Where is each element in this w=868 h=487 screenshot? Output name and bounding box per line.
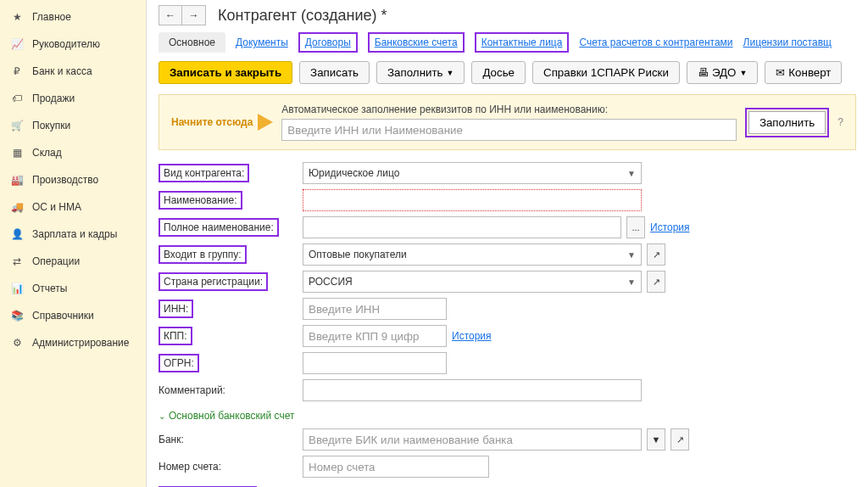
autofill-desc: Автоматическое заполнение реквизитов по …	[281, 104, 737, 115]
name-label: Наименование:	[159, 191, 242, 210]
dossier-button[interactable]: Досье	[471, 61, 526, 84]
history-link[interactable]: История	[650, 221, 690, 233]
gear-icon: ⚙	[10, 336, 24, 350]
star-icon: ★	[10, 10, 24, 24]
open-button[interactable]: ↗	[670, 428, 689, 451]
chart-icon: 📈	[10, 37, 24, 51]
help-icon[interactable]: ?	[837, 116, 843, 128]
inn-input[interactable]	[303, 298, 447, 320]
sidebar-item-bank[interactable]: ₽Банк и касса	[0, 58, 146, 85]
autofill-input[interactable]	[281, 119, 737, 141]
edo-button[interactable]: 🖶 ЭДО ▼	[687, 61, 758, 84]
toolbar: Записать и закрыть Записать Заполнить ▼ …	[159, 61, 856, 84]
full-name-label: Полное наименование:	[159, 218, 279, 237]
factory-icon: 🏭	[10, 173, 24, 187]
autofill-panel: Начните отсюда Автоматическое заполнение…	[159, 94, 856, 150]
arrow-left-icon: ←	[165, 9, 175, 21]
boxes-icon: ▦	[10, 146, 24, 160]
save-close-button[interactable]: Записать и закрыть	[159, 61, 292, 84]
tab-accounts[interactable]: Счета расчетов с контрагентами	[579, 36, 732, 48]
sidebar-item-hr[interactable]: 👤Зарплата и кадры	[0, 221, 146, 248]
sidebar-item-reports[interactable]: 📊Отчеты	[0, 275, 146, 302]
tab-bar: Основное Документы Договоры Банковские с…	[159, 32, 856, 53]
sidebar-item-main[interactable]: ★Главное	[0, 3, 146, 31]
country-label: Страна регистрации:	[159, 272, 268, 291]
address-section-header[interactable]: ›Адрес и телефон	[159, 483, 856, 487]
name-input[interactable]	[303, 189, 642, 211]
start-here-label: Начните отсюда	[171, 116, 253, 128]
type-label: Вид контрагента:	[159, 164, 249, 182]
sidebar: ★Главное 📈Руководителю ₽Банк и касса 🏷Пр…	[0, 0, 147, 487]
chevron-down-icon: ⌄	[159, 411, 165, 421]
book-icon: 📚	[10, 309, 24, 322]
comment-label: Комментарий:	[159, 384, 294, 396]
chevron-down-icon: ▼	[627, 250, 636, 260]
history-link-kpp[interactable]: История	[452, 330, 492, 342]
page-title: Контрагент (создание) *	[218, 7, 387, 25]
full-name-input[interactable]	[303, 216, 621, 238]
sidebar-item-catalogs[interactable]: 📚Справочники	[0, 302, 146, 329]
back-button[interactable]: ←	[159, 5, 182, 25]
tag-icon: 🏷	[10, 92, 24, 105]
truck-icon: 🚚	[10, 200, 24, 214]
cart-icon: 🛒	[10, 119, 24, 132]
open-button[interactable]: ↗	[647, 271, 665, 293]
autofill-fill-button[interactable]: Заполнить	[748, 111, 826, 134]
chevron-down-icon: ▼	[627, 277, 636, 287]
ogrn-input[interactable]	[303, 352, 447, 374]
comment-input[interactable]	[303, 379, 642, 401]
account-input[interactable]	[303, 456, 489, 478]
chevron-down-icon: ▼	[627, 169, 636, 178]
sidebar-item-production[interactable]: 🏭Производство	[0, 166, 146, 193]
more-button[interactable]: ...	[626, 216, 645, 238]
open-button[interactable]: ↗	[647, 244, 665, 266]
nav-buttons: ← →	[159, 5, 206, 25]
main-panel: ← → Контрагент (создание) * Основное Док…	[147, 0, 868, 487]
group-label: Входит в группу:	[159, 245, 247, 264]
tab-licenses[interactable]: Лицензии поставщ	[743, 36, 832, 48]
kpp-label: КПП:	[159, 327, 192, 345]
kpp-input[interactable]	[303, 325, 447, 347]
forward-button[interactable]: →	[182, 5, 206, 25]
sidebar-item-admin[interactable]: ⚙Администрирование	[0, 329, 146, 356]
type-select[interactable]: Юридическое лицо▼	[303, 162, 642, 184]
sidebar-item-operations[interactable]: ⇄Операции	[0, 248, 146, 275]
tab-bank-accounts[interactable]: Банковские счета	[368, 32, 465, 53]
inn-label: ИНН:	[159, 299, 193, 318]
fill-button[interactable]: Заполнить ▼	[376, 61, 465, 84]
ogrn-label: ОГРН:	[159, 354, 199, 372]
account-label: Номер счета:	[159, 461, 294, 473]
sidebar-item-purchases[interactable]: 🛒Покупки	[0, 112, 146, 139]
report-icon: 📊	[10, 282, 24, 295]
envelope-icon: ✉	[776, 66, 785, 79]
tab-main[interactable]: Основное	[159, 32, 225, 53]
arrow-right-icon	[258, 114, 273, 131]
dropdown-button[interactable]: ▼	[647, 428, 665, 451]
bank-label: Банк:	[159, 434, 294, 445]
tab-contacts[interactable]: Контактные лица	[475, 32, 570, 53]
sidebar-item-assets[interactable]: 🚚ОС и НМА	[0, 193, 146, 221]
sidebar-item-warehouse[interactable]: ▦Склад	[0, 139, 146, 166]
bank-section-header[interactable]: ⌄Основной банковский счет	[159, 406, 856, 423]
tab-documents[interactable]: Документы	[236, 36, 288, 48]
sidebar-item-sales[interactable]: 🏷Продажи	[0, 85, 146, 112]
bank-input[interactable]	[303, 428, 642, 451]
ruble-icon: ₽	[10, 64, 24, 78]
chevron-down-icon: ▼	[739, 69, 747, 77]
convert-button[interactable]: ✉ Конверт	[765, 61, 842, 84]
chevron-down-icon: ▼	[447, 69, 454, 77]
spark-button[interactable]: Справки 1СПАРК Риски	[532, 61, 680, 84]
tab-contracts[interactable]: Договоры	[298, 32, 358, 53]
chevron-down-icon: ▼	[652, 434, 661, 445]
country-select[interactable]: РОССИЯ▼	[303, 271, 642, 293]
form: Вид контрагента: Юридическое лицо▼ Наиме…	[159, 162, 856, 487]
save-button[interactable]: Записать	[299, 61, 370, 84]
sidebar-item-manager[interactable]: 📈Руководителю	[0, 31, 146, 58]
arrow-right-icon: →	[189, 9, 199, 21]
operations-icon: ⇄	[10, 255, 24, 268]
group-select[interactable]: Оптовые покупатели▼	[303, 244, 642, 266]
person-icon: 👤	[10, 227, 24, 241]
printer-icon: 🖶	[698, 66, 709, 79]
